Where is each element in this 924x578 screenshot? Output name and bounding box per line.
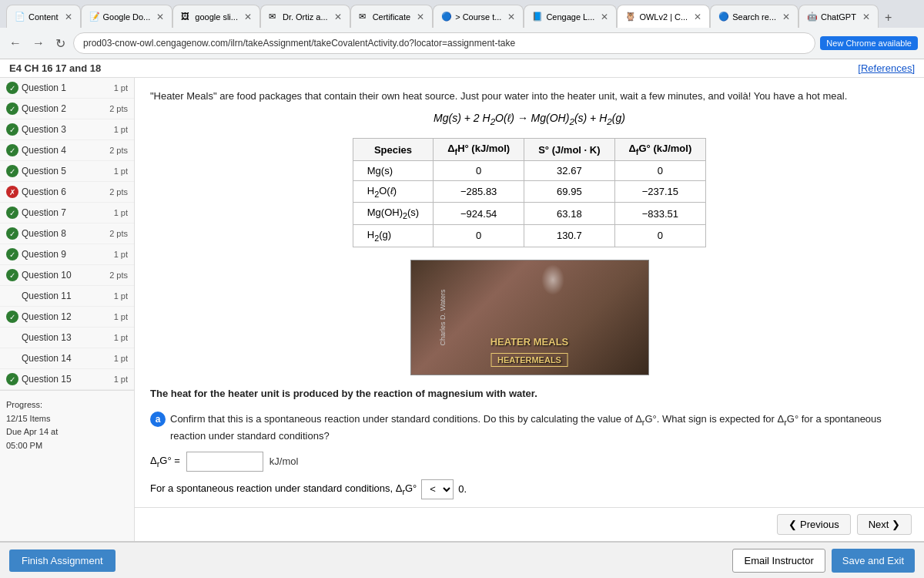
q9-status-icon: ✓ xyxy=(6,248,18,260)
col-header-entropy: S° (J/mol · K) xyxy=(524,139,614,161)
spontaneous-sign-dropdown[interactable]: < > = xyxy=(421,479,454,499)
sidebar-item-q3[interactable]: ✓ Question 3 1 pt xyxy=(0,119,134,140)
thermodynamic-data-table: Species ΔfH° (kJ/mol) S° (J/mol · K) ΔfG… xyxy=(353,138,706,247)
save-and-exit-button[interactable]: Save and Exit xyxy=(832,549,915,573)
sidebar-item-q12[interactable]: ✓ Question 12 1 pt xyxy=(0,307,134,328)
tab-close-gslides[interactable]: ✕ xyxy=(244,12,252,22)
next-button[interactable]: Next ❯ xyxy=(857,514,912,535)
q13-status-icon xyxy=(6,331,18,344)
sidebar-item-q7[interactable]: ✓ Question 7 1 pt xyxy=(0,203,134,223)
tab-label-content: Content xyxy=(28,12,59,22)
footer-bar: Finish Assignment Email Instructor Save … xyxy=(0,541,924,578)
tab-favicon-course: 🔵 xyxy=(441,12,452,22)
cell-species-1: Mg(s) xyxy=(353,160,433,180)
due-label: Due Apr 14 at xyxy=(6,427,58,436)
table-row: H2(g) 0 130.7 0 xyxy=(353,225,705,247)
forward-button[interactable]: → xyxy=(29,35,48,52)
tab-close-chatgpt[interactable]: ✕ xyxy=(862,12,870,22)
tab-label-cengage: Cengage L... xyxy=(546,12,594,22)
q6-status-icon: ✗ xyxy=(6,186,18,198)
tab-label-ortiz: Dr. Ortiz a... xyxy=(283,12,328,22)
tab-chatgpt[interactable]: 🤖 ChatGPT ✕ xyxy=(798,5,879,28)
sidebar-item-q13[interactable]: Question 13 1 pt xyxy=(0,328,134,348)
sidebar-item-q4[interactable]: ✓ Question 4 2 pts xyxy=(0,140,134,161)
image-brand-label: HEATER MEALS xyxy=(490,336,569,348)
tab-bar: 📄 Content ✕ 📝 Google Do... ✕ 🖼 google sl… xyxy=(0,0,924,28)
sidebar-q2-label: Question 2 xyxy=(22,103,106,114)
image-photographer: Charles D. Waters xyxy=(438,289,446,345)
finish-assignment-button[interactable]: Finish Assignment xyxy=(9,549,116,572)
sidebar-item-q8[interactable]: ✓ Question 8 2 pts xyxy=(0,223,134,244)
tab-close-content[interactable]: ✕ xyxy=(65,12,72,22)
cell-species-4: H2(g) xyxy=(353,225,433,247)
address-bar[interactable]: prod03-cnow-owl.cengagenow.com/ilrn/take… xyxy=(73,32,815,54)
cell-entropy-2: 69.95 xyxy=(524,180,614,203)
tab-search[interactable]: 🔵 Search re... ✕ xyxy=(710,5,798,28)
sidebar-item-q6[interactable]: ✗ Question 6 2 pts xyxy=(0,182,134,203)
tab-course[interactable]: 🔵 > Course t... ✕ xyxy=(433,5,524,28)
cell-enthalpy-1: 0 xyxy=(434,160,524,180)
references-link[interactable]: [References] xyxy=(858,62,915,74)
col-header-gibbs: ΔfG° (kJ/mol) xyxy=(614,139,706,161)
sidebar-item-q14[interactable]: Question 14 1 pt xyxy=(0,348,134,369)
image-caption-text: The heat for the heater unit is produced… xyxy=(150,386,909,402)
back-button[interactable]: ← xyxy=(6,35,25,52)
sidebar-q12-label: Question 12 xyxy=(22,311,111,322)
tab-close-gdoc[interactable]: ✕ xyxy=(156,12,164,22)
part-a-label: a xyxy=(150,412,166,427)
tab-google-doc[interactable]: 📝 Google Do... ✕ xyxy=(81,5,173,28)
table-row: Mg(s) 0 32.67 0 xyxy=(353,160,705,180)
tab-close-cert[interactable]: ✕ xyxy=(417,12,424,22)
new-chrome-badge: New Chrome available xyxy=(820,36,918,50)
heater-meal-image: Charles D. Waters HEATER MEALS HEATERMEA… xyxy=(410,260,649,375)
chemical-equation: Mg(s) + 2 H2O(ℓ) → Mg(OH)2(s) + H2(g) xyxy=(150,112,909,126)
tab-close-owlv2[interactable]: ✕ xyxy=(694,12,701,22)
sidebar-q8-label: Question 8 xyxy=(22,228,106,239)
previous-button[interactable]: ❮ Previous xyxy=(777,514,850,535)
tab-ortiz[interactable]: ✉ Dr. Ortiz a... ✕ xyxy=(260,5,350,28)
tab-content[interactable]: 📄 Content ✕ xyxy=(6,5,81,28)
q14-status-icon xyxy=(6,352,18,365)
tab-close-ortiz[interactable]: ✕ xyxy=(334,12,342,22)
cell-gibbs-4: 0 xyxy=(614,225,706,247)
tab-cengage[interactable]: 📘 Cengage L... ✕ xyxy=(524,5,617,28)
tab-close-search[interactable]: ✕ xyxy=(782,12,790,22)
tab-favicon-gdoc: 📝 xyxy=(89,12,100,22)
gibbs-energy-input[interactable] xyxy=(186,452,263,472)
tab-close-cengage[interactable]: ✕ xyxy=(601,12,608,22)
sidebar-item-q15[interactable]: ✓ Question 15 1 pt xyxy=(0,369,134,390)
table-row: H2O(ℓ) −285.83 69.95 −237.15 xyxy=(353,180,705,203)
url-text: prod03-cnow-owl.cengagenow.com/ilrn/take… xyxy=(83,38,805,49)
tab-close-course[interactable]: ✕ xyxy=(507,12,515,22)
sidebar-item-q10[interactable]: ✓ Question 10 2 pts xyxy=(0,265,134,286)
new-tab-button[interactable]: + xyxy=(879,8,898,28)
tab-favicon-chatgpt: 🤖 xyxy=(807,12,818,22)
sidebar-item-q2[interactable]: ✓ Question 2 2 pts xyxy=(0,99,134,119)
q12-status-icon: ✓ xyxy=(6,311,18,323)
app-body: ✓ Question 1 1 pt ✓ Question 2 2 pts ✓ Q… xyxy=(0,78,924,541)
sidebar-item-q5[interactable]: ✓ Question 5 1 pt xyxy=(0,161,134,182)
caption-bold: The heat for the heater unit is produced… xyxy=(150,388,537,399)
tab-label-owlv2: OWLv2 | C... xyxy=(639,12,688,22)
sidebar-q2-pts: 2 pts xyxy=(109,104,128,113)
tab-owlv2[interactable]: 🦉 OWLv2 | C... ✕ xyxy=(617,5,710,28)
tab-google-slides[interactable]: 🖼 google sli... ✕ xyxy=(172,5,260,28)
sidebar-q4-pts: 2 pts xyxy=(109,146,128,155)
q8-status-icon: ✓ xyxy=(6,227,18,240)
q4-status-icon: ✓ xyxy=(6,144,18,156)
sidebar-item-q1[interactable]: ✓ Question 1 1 pt xyxy=(0,78,134,99)
answer-prefix: ΔrG° = xyxy=(150,455,180,469)
navigation-row: ❮ Previous Next ❯ xyxy=(135,507,924,541)
heater-meal-image-container: Charles D. Waters HEATER MEALS HEATERMEA… xyxy=(150,260,909,375)
email-instructor-button[interactable]: Email Instructor xyxy=(732,549,825,573)
reload-button[interactable]: ↻ xyxy=(52,35,69,52)
tab-label-cert: Certificate xyxy=(373,12,411,22)
tab-label-chatgpt: ChatGPT xyxy=(821,12,856,22)
sidebar-q10-label: Question 10 xyxy=(22,270,106,281)
tab-certificate[interactable]: ✉ Certificate ✕ xyxy=(350,5,434,28)
cell-enthalpy-2: −285.83 xyxy=(434,180,524,203)
sidebar-item-q11[interactable]: Question 11 1 pt xyxy=(0,286,134,307)
q1-status-icon: ✓ xyxy=(6,82,18,94)
tab-label-course: > Course t... xyxy=(455,12,501,22)
sidebar-item-q9[interactable]: ✓ Question 9 1 pt xyxy=(0,244,134,265)
